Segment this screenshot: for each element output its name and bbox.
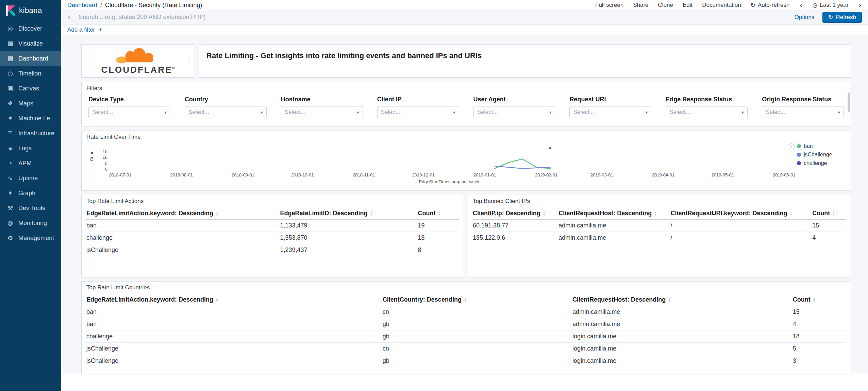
table-countries: EdgeRateLimitAction.keyword: Descending▲… [82, 294, 851, 367]
chevron-down-icon: ▾ [357, 110, 359, 115]
select-placeholder: Select... [477, 109, 498, 116]
sort-icon: ▲▼ [438, 211, 441, 216]
filter-select-edge-response-status[interactable]: Select...▾ [666, 106, 748, 118]
table-cell: ban [86, 318, 383, 330]
select-placeholder: Select... [188, 109, 209, 116]
table-header-row: EdgeRateLimitAction.keyword: Descending▲… [86, 207, 459, 220]
column-header-count[interactable]: Count▲▼ [812, 207, 846, 219]
table-cell: 15 [793, 306, 846, 318]
breadcrumb-current: Cloudflare - Security (Rate Limiting) [105, 2, 202, 9]
filters-scrollbar-thumb[interactable] [848, 92, 850, 112]
panel-drag-handle[interactable] [189, 58, 191, 64]
sidebar-item-apm[interactable]: ◔APM [0, 156, 61, 171]
table-cell: 60.191.38.77 [473, 220, 558, 232]
column-header-clientip-ip-descending[interactable]: ClientIP.ip: Descending▲▼ [473, 207, 558, 219]
column-header-edgeratelimitid-descending[interactable]: EdgeRateLimitID: Descending▲▼ [280, 207, 418, 219]
table-cell: admin.camilia.me [572, 306, 793, 318]
refresh-cycle-icon: ↻ [751, 2, 755, 9]
column-header-count[interactable]: Count▲▼ [418, 207, 459, 219]
filter-group-edge-response-status: Edge Response StatusSelect...▾ [666, 96, 748, 118]
table-cell: 5 [793, 343, 846, 355]
sidebar-item-logs[interactable]: ≡Logs [0, 141, 61, 156]
registered-mark: ® [172, 66, 175, 70]
legend-item-challenge[interactable]: challenge [797, 160, 846, 166]
filter-select-hostname[interactable]: Select...▾ [281, 106, 363, 118]
header-action-edit[interactable]: Edit [683, 2, 692, 8]
select-placeholder: Select... [285, 109, 305, 116]
legend-toggle-icon[interactable]: ‹ [789, 143, 795, 149]
table-cell: 18 [418, 232, 459, 244]
main-column: Dashboard / Cloudflare - Security (Rate … [61, 0, 868, 391]
sidebar-item-label: Dashboard [18, 55, 48, 62]
panel-filters: Filters Device TypeSelect...▾CountrySele… [81, 82, 851, 126]
header-action-clone[interactable]: Clone [658, 2, 673, 8]
filter-select-country[interactable]: Select...▾ [185, 106, 267, 118]
sidebar-item-machine-le[interactable]: ✶Machine Le... [0, 111, 61, 126]
y-axis-tick: 15 [103, 149, 107, 154]
kibana-logo[interactable]: kibana [0, 0, 61, 21]
panel-top-rate-limit-countries: Top Rate Limit Countries EdgeRateLimitAc… [81, 281, 851, 374]
breadcrumb-dashboard-link[interactable]: Dashboard [67, 2, 97, 9]
column-header-clientcountry-descending[interactable]: ClientCountry: Descending▲▼ [383, 294, 572, 306]
table-row: jsChallengecnlogin.camilia.me5 [86, 343, 846, 355]
filter-select-user-agent[interactable]: Select...▾ [473, 106, 555, 118]
time-picker-button[interactable]: ◷ Last 1 year [813, 2, 849, 9]
sidebar-item-discover[interactable]: ◎Discover [0, 21, 61, 36]
sidebar-item-label: Graph [18, 190, 35, 197]
sort-icon: ▲▼ [789, 211, 792, 216]
sidebar-item-management[interactable]: ⚙Management [0, 231, 61, 245]
filter-select-origin-response-status[interactable]: Select...▾ [762, 106, 844, 118]
time-next-icon[interactable]: › [858, 1, 862, 9]
legend-item-jschallenge[interactable]: jsChallenge [797, 152, 846, 158]
filter-select-request-uri[interactable]: Select...▾ [569, 106, 651, 118]
column-header-clientrequesthost-descending[interactable]: ClientRequestHost: Descending▲▼ [558, 207, 670, 219]
select-placeholder: Select... [669, 109, 690, 116]
refresh-button[interactable]: ↻ Refresh [822, 12, 862, 23]
sidebar-item-label: Management [18, 235, 54, 242]
sidebar-item-timelion[interactable]: ◷Timelion [0, 66, 61, 81]
sidebar-item-label: Logs [18, 145, 32, 152]
sidebar-item-visualize[interactable]: ▦Visualize [0, 36, 61, 51]
management-gear-icon: ⚙ [6, 234, 14, 242]
column-header-count[interactable]: Count▲▼ [793, 294, 846, 306]
sidebar-item-infrastructure[interactable]: ≣Infrastructure [0, 126, 61, 141]
sidebar-item-canvas[interactable]: ▣Canvas [0, 81, 61, 96]
table-cell: / [670, 220, 812, 232]
sort-icon: ▲▼ [216, 298, 218, 302]
legend-label: ban [804, 143, 813, 149]
sort-icon: ▲▼ [216, 211, 218, 216]
column-header-edgeratelimitaction-keyword-descending[interactable]: EdgeRateLimitAction.keyword: Descending▲… [86, 207, 280, 219]
table-cell: jsChallenge [86, 244, 280, 256]
sidebar-item-dev-tools[interactable]: ⚒Dev Tools [0, 201, 61, 216]
filter-label: Hostname [281, 96, 363, 103]
filter-select-client-ip[interactable]: Select...▾ [377, 106, 459, 118]
dashboard-grid-icon: ▤ [6, 55, 14, 62]
sidebar-item-label: Machine Le... [18, 115, 55, 122]
logs-lines-icon: ≡ [6, 145, 14, 152]
table-cell: jsChallenge [86, 343, 383, 355]
header-action-share[interactable]: Share [633, 2, 648, 8]
sidebar-item-monitoring[interactable]: ◍Monitoring [0, 216, 61, 231]
search-input[interactable] [79, 14, 789, 21]
panel-description: Rate Limiting - Get insights into rate l… [199, 44, 851, 78]
column-header-clientrequesthost-descending[interactable]: ClientRequestHost: Descending▲▼ [572, 294, 793, 306]
query-options-link[interactable]: Options [795, 14, 815, 21]
sidebar-item-maps[interactable]: ❖Maps [0, 96, 61, 111]
sort-icon: ▲▼ [654, 211, 657, 216]
filter-label: Request URI [569, 96, 651, 103]
x-axis-tick: 2018-12-01 [412, 172, 435, 177]
column-header-label: Count [812, 210, 830, 217]
column-header-edgeratelimitaction-keyword-descending[interactable]: EdgeRateLimitAction.keyword: Descending▲… [86, 294, 383, 306]
sidebar-item-uptime[interactable]: ∿Uptime [0, 171, 61, 186]
sidebar-item-dashboard[interactable]: ▤Dashboard [0, 51, 61, 66]
header-action-full-screen[interactable]: Full screen [595, 2, 623, 8]
header-action-documentation[interactable]: Documentation [702, 2, 741, 8]
filter-select-device-type[interactable]: Select...▾ [88, 106, 170, 118]
chevron-down-icon: ▾ [261, 110, 263, 115]
add-filter-link[interactable]: Add a filter + [67, 27, 102, 33]
sidebar-item-graph[interactable]: ✦Graph [0, 186, 61, 201]
time-prev-icon[interactable]: ‹ [799, 1, 803, 9]
legend-item-ban[interactable]: ban [797, 143, 846, 149]
column-header-clientrequesturi-keyword-descending[interactable]: ClientRequestURI.keyword: Descending▲▼ [670, 207, 812, 219]
auto-refresh-button[interactable]: ↻ Auto-refresh [751, 2, 790, 9]
